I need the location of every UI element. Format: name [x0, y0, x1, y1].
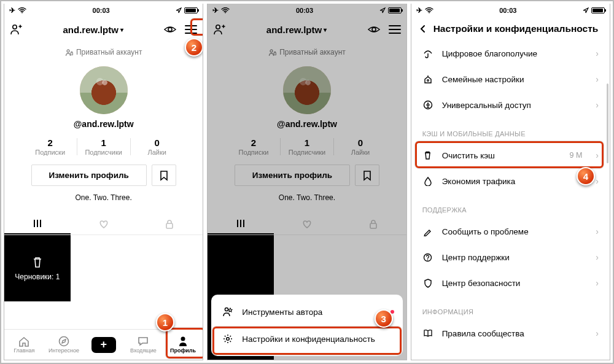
bio: One. Two. Three.	[4, 193, 203, 202]
svg-point-19	[427, 103, 429, 104]
bookmark-button[interactable]	[152, 165, 176, 186]
status-bar: ✈ 00:03	[4, 4, 203, 17]
screenshot-canvas: ✈ 00:03 and.rew.lptw▾ Приватный аккаунт …	[0, 0, 614, 364]
chevron-right-icon: ›	[596, 176, 599, 186]
question-icon	[422, 252, 433, 263]
status-bar: ✈ 00:03	[411, 4, 610, 17]
svg-point-16	[429, 12, 430, 14]
row-rules[interactable]: Правила сообщества›	[411, 320, 610, 346]
svg-point-1	[13, 25, 17, 29]
book-icon	[422, 328, 433, 339]
svg-rect-5	[166, 223, 173, 228]
nav-inbox[interactable]: Входящие	[123, 330, 163, 360]
svg-point-7	[181, 337, 185, 341]
eye-icon[interactable]	[163, 23, 177, 36]
home-icon	[422, 74, 433, 85]
chevron-right-icon: ›	[596, 328, 599, 338]
svg-point-15	[227, 338, 230, 341]
settings-list[interactable]: Цифровое благополучие› Семейные настройк…	[411, 41, 610, 360]
chevron-right-icon: ›	[596, 100, 599, 110]
tab-posts[interactable]	[4, 213, 71, 234]
chevron-right-icon: ›	[596, 227, 599, 236]
callout-4: 4	[577, 167, 595, 185]
drafts-tile[interactable]: Черновики: 1	[4, 235, 71, 301]
profile-header: and.rew.lptw▾	[4, 17, 203, 42]
callout-3: 3	[375, 309, 393, 328]
avatar[interactable]	[80, 66, 128, 114]
chevron-right-icon: ›	[596, 48, 599, 58]
row-family[interactable]: Семейные настройки›	[411, 66, 610, 92]
svg-point-14	[225, 308, 228, 311]
row-help[interactable]: Центр поддержки›	[411, 244, 610, 270]
bottom-nav: Главная Интересное + Входящие Профиль	[4, 329, 203, 360]
callout-2: 2	[185, 38, 203, 56]
tab-private[interactable]	[137, 213, 203, 234]
trash-icon	[31, 255, 44, 269]
gear-icon	[222, 333, 233, 344]
shield-icon	[422, 277, 433, 288]
wifi-icon	[425, 7, 433, 14]
edit-profile-button[interactable]: Изменить профиль	[31, 165, 147, 186]
svg-point-3	[67, 50, 69, 52]
stats-row: 2Подписки 1Подписчики 0Лайки	[4, 137, 203, 156]
nav-profile[interactable]: Профиль	[163, 330, 203, 360]
settings-header: Настройки и конфиденциальность	[411, 17, 610, 41]
private-banner[interactable]: Приватный аккаунт	[12, 44, 195, 60]
status-time: 00:03	[499, 7, 516, 14]
battery-icon	[591, 7, 605, 14]
section-support: ПОДДЕРЖКА	[411, 194, 610, 219]
person-circle-icon	[422, 99, 433, 110]
stat-following[interactable]: 2Подписки	[24, 137, 77, 156]
profile-title[interactable]: and.rew.lptw▾	[63, 25, 123, 35]
chevron-right-icon: ›	[596, 150, 599, 160]
chevron-right-icon: ›	[596, 278, 599, 288]
chevron-right-icon: ›	[596, 74, 599, 84]
chevron-right-icon: ›	[596, 252, 599, 262]
nav-discover[interactable]: Интересное	[44, 330, 84, 360]
add-user-icon[interactable]	[9, 23, 23, 36]
svg-point-6	[60, 337, 69, 346]
stat-followers[interactable]: 1Подписчики	[77, 137, 130, 156]
sheet-settings[interactable]: Настройки и конфиденциальность	[211, 325, 402, 352]
row-safety[interactable]: Центр безопасности›	[411, 270, 610, 296]
drafts-label: Черновики: 1	[15, 273, 60, 281]
user-star-icon	[222, 306, 233, 317]
content-tabs	[4, 213, 203, 235]
nav-home[interactable]: Главная	[4, 330, 44, 360]
content-grid: Черновики: 1	[4, 235, 203, 301]
row-wellbeing[interactable]: Цифровое благополучие›	[411, 41, 610, 66]
phone-3: ✈ 00:03 Настройки и конфиденциальность Ц…	[411, 4, 610, 360]
username: @and.rew.lptw	[4, 119, 203, 129]
row-clear-cache[interactable]: Очистить кэш9 M›	[411, 142, 610, 168]
airplane-icon: ✈	[9, 6, 15, 15]
section-info: ИНФОРМАЦИЯ	[411, 296, 610, 320]
section-cache: КЭШ И МОБИЛЬНЫЕ ДАННЫЕ	[411, 118, 610, 142]
settings-title: Настройки и конфиденциальность	[433, 23, 599, 34]
umbrella-icon	[422, 48, 433, 59]
row-report[interactable]: Сообщить о проблеме›	[411, 219, 610, 244]
lock-person-icon	[65, 48, 73, 56]
svg-point-2	[168, 28, 172, 31]
location-icon	[583, 7, 589, 14]
action-sheet: Инструменты автора Настройки и конфиденц…	[211, 295, 402, 356]
battery-icon	[184, 7, 198, 14]
sheet-creator-tools[interactable]: Инструменты автора	[211, 298, 402, 325]
row-accessibility[interactable]: Универсальный доступ›	[411, 92, 610, 118]
menu-icon[interactable]	[184, 23, 198, 36]
stat-likes[interactable]: 0Лайки	[131, 137, 184, 156]
nav-create[interactable]: +	[84, 330, 123, 360]
callout-1: 1	[156, 313, 174, 331]
tab-liked[interactable]	[71, 213, 137, 234]
status-time: 00:03	[93, 7, 110, 14]
svg-rect-4	[71, 53, 73, 55]
airplane-icon: ✈	[416, 6, 422, 15]
svg-point-17	[427, 80, 429, 82]
drop-icon	[422, 176, 433, 187]
phone-1: ✈ 00:03 and.rew.lptw▾ Приватный аккаунт …	[4, 4, 203, 360]
chevron-down-icon: ▾	[120, 26, 123, 33]
back-icon[interactable]	[419, 25, 427, 33]
wifi-icon	[18, 7, 26, 14]
scrollbar[interactable]	[607, 83, 608, 163]
svg-point-0	[21, 12, 23, 14]
phone-2: ✈ 00:03 and.rew.lptw▾ Приватный аккаунт …	[207, 4, 406, 360]
